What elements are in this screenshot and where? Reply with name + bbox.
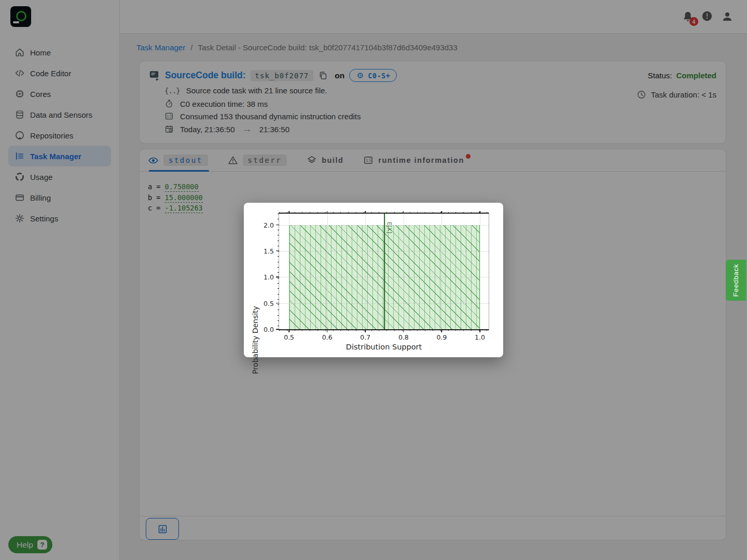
chart-grid-v <box>365 214 366 329</box>
chart-grid-v <box>441 214 442 329</box>
chart-vlabel: E[X] <box>386 222 393 233</box>
feedback-tab[interactable]: Feedback <box>726 260 746 301</box>
chart-xtl: 0.8 <box>398 333 409 341</box>
chart-tick-xb <box>365 329 366 332</box>
chart-xtl: 0.6 <box>322 333 333 341</box>
chart-tick-xb <box>327 329 328 332</box>
chart-ytl: 0.0 <box>264 326 274 333</box>
chart-vline <box>384 214 385 329</box>
chart-ytl: 1.0 <box>264 273 274 281</box>
chart-xtl: 1.0 <box>475 333 485 341</box>
chart-xtl: 0.5 <box>284 333 294 341</box>
chart-grid-v <box>327 214 328 329</box>
chart-tick-xb <box>288 329 289 332</box>
chart-grid-v <box>480 214 480 329</box>
chart-tick-xb <box>403 329 404 332</box>
chart-grid-v <box>289 214 289 329</box>
y-axis-label: Probability Density <box>251 305 259 374</box>
chart-ytl: 1.5 <box>264 247 274 255</box>
chart-ytl: 2.0 <box>264 221 274 229</box>
chart-tick-xb <box>479 329 480 332</box>
feedback-label: Feedback <box>732 264 740 297</box>
chart-modal: Distribution Support Probability Density… <box>244 203 503 357</box>
chart-xtl: 0.7 <box>360 333 370 341</box>
chart-ytl: 0.5 <box>264 299 274 307</box>
chart-tick-yl <box>276 329 279 330</box>
minor-ticks-left <box>278 214 279 329</box>
chart-tick-xb <box>441 329 442 332</box>
app-root: 4 Hom <box>0 0 747 560</box>
chart-xtl: 0.9 <box>437 333 447 341</box>
chart-plot: Distribution Support Probability Density… <box>279 213 489 330</box>
chart-grid-v <box>404 214 404 329</box>
minor-ticks-bottom <box>279 329 489 331</box>
x-axis-label: Distribution Support <box>346 343 422 351</box>
